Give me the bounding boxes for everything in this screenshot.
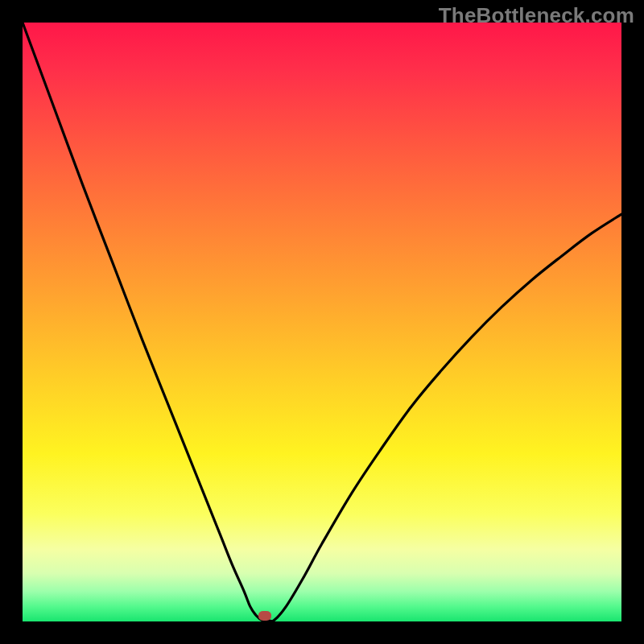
plot-area — [23, 23, 621, 621]
chart-frame: TheBottleneck.com — [0, 0, 644, 644]
optimal-point-marker — [258, 611, 271, 621]
curve-svg — [23, 23, 621, 621]
bottleneck-curve — [23, 23, 621, 621]
